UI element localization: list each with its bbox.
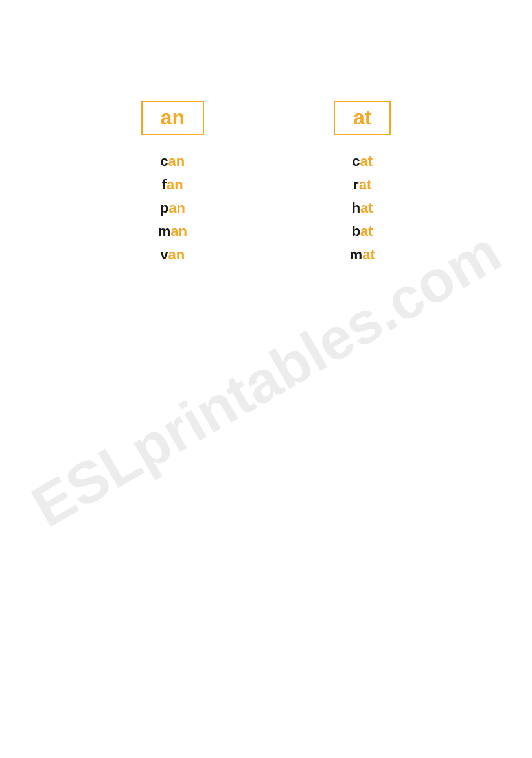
header-label-an: an — [161, 106, 185, 129]
list-item: rat — [353, 176, 371, 193]
word-initial: h — [352, 200, 360, 216]
word-ending: at — [360, 200, 373, 216]
word-ending: at — [362, 246, 375, 263]
header-label-at: at — [353, 106, 371, 129]
word-ending: an — [168, 153, 185, 169]
list-item: man — [158, 223, 187, 240]
word-initial: r — [353, 176, 359, 193]
word-initial: v — [160, 246, 168, 263]
list-item: can — [160, 153, 185, 170]
word-initial: m — [158, 223, 171, 239]
word-group-an: ancanfanpanmanvan — [141, 101, 204, 270]
word-group-at: atcatrathatbatmat — [334, 101, 391, 270]
list-item: cat — [352, 153, 373, 170]
list-item: mat — [350, 246, 375, 263]
word-ending: at — [360, 153, 373, 169]
main-content: ancanfanpanmanvanatcatrathatbatmat — [0, 0, 532, 270]
word-ending: an — [170, 223, 187, 239]
list-item: fan — [162, 176, 183, 193]
word-initial: f — [162, 176, 167, 193]
list-item: pan — [160, 200, 185, 217]
word-ending: at — [359, 176, 372, 193]
word-ending: an — [168, 200, 185, 216]
header-box-at: at — [334, 101, 391, 135]
list-item: bat — [352, 223, 373, 240]
word-ending: an — [167, 176, 183, 193]
word-ending: at — [360, 223, 373, 239]
list-item: van — [160, 246, 185, 263]
word-initial: b — [352, 223, 360, 239]
list-item: hat — [352, 200, 373, 217]
word-ending: an — [168, 246, 185, 263]
word-initial: p — [160, 200, 168, 216]
word-initial: c — [352, 153, 360, 169]
header-box-an: an — [141, 101, 204, 135]
word-initial: m — [350, 246, 363, 263]
word-initial: c — [160, 153, 168, 169]
